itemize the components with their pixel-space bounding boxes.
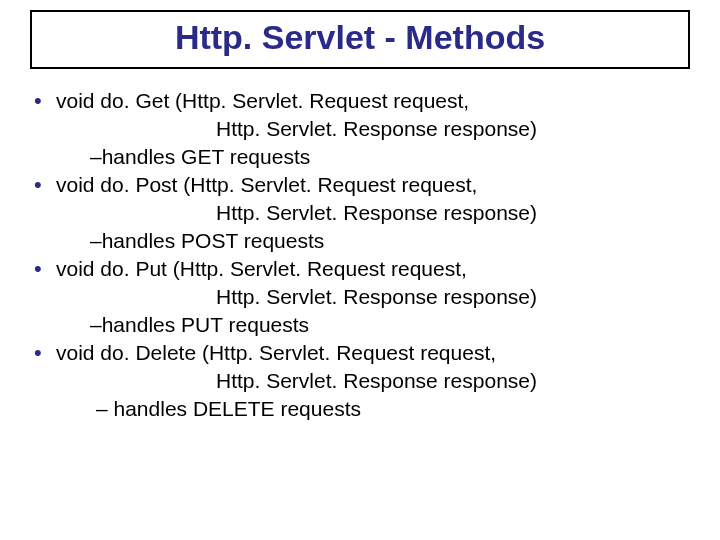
method-continuation: Http. Servlet. Response response) [56,367,700,395]
slide-title: Http. Servlet - Methods [32,18,688,57]
method-continuation: Http. Servlet. Response response) [56,199,700,227]
method-signature: void do. Get (Http. Servlet. Request req… [56,87,700,115]
method-note: – handles DELETE requests [56,395,700,423]
method-signature: void do. Delete (Http. Servlet. Request … [56,339,700,367]
method-list: void do. Get (Http. Servlet. Request req… [20,87,700,423]
slide: Http. Servlet - Methods void do. Get (Ht… [0,0,720,540]
list-item: void do. Put (Http. Servlet. Request req… [30,255,700,339]
method-note: –handles GET requests [56,143,700,171]
list-item: void do. Post (Http. Servlet. Request re… [30,171,700,255]
list-item: void do. Get (Http. Servlet. Request req… [30,87,700,171]
method-note: –handles POST requests [56,227,700,255]
method-continuation: Http. Servlet. Response response) [56,115,700,143]
list-item: void do. Delete (Http. Servlet. Request … [30,339,700,423]
method-signature: void do. Post (Http. Servlet. Request re… [56,171,700,199]
method-signature: void do. Put (Http. Servlet. Request req… [56,255,700,283]
title-box: Http. Servlet - Methods [30,10,690,69]
method-continuation: Http. Servlet. Response response) [56,283,700,311]
method-note: –handles PUT requests [56,311,700,339]
